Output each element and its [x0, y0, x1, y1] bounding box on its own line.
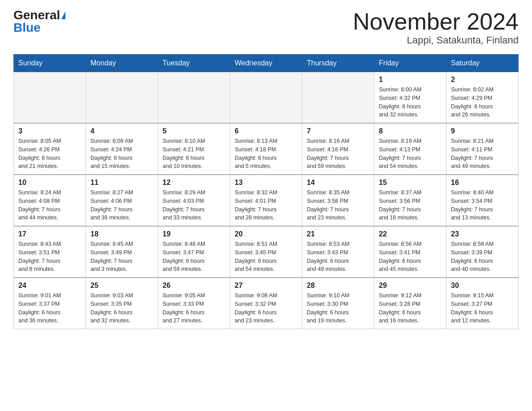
- day-number: 9: [451, 127, 514, 135]
- title-area: November 2024 Lappi, Satakunta, Finland: [353, 9, 519, 46]
- calendar-day-header: Monday: [86, 55, 158, 72]
- day-number: 18: [90, 230, 153, 238]
- calendar-day-cell: [158, 72, 230, 124]
- calendar-day-cell: 11Sunrise: 8:27 AMSunset: 4:06 PMDayligh…: [86, 175, 158, 226]
- day-number: 15: [379, 179, 442, 187]
- calendar-day-cell: 19Sunrise: 8:48 AMSunset: 3:47 PMDayligh…: [158, 226, 230, 278]
- calendar-day-header: Sunday: [14, 55, 86, 72]
- calendar-day-cell: 25Sunrise: 9:03 AMSunset: 3:35 PMDayligh…: [86, 278, 158, 329]
- day-info: Sunrise: 8:19 AMSunset: 4:13 PMDaylight:…: [379, 137, 442, 171]
- day-number: 16: [451, 179, 514, 187]
- calendar-header-row: SundayMondayTuesdayWednesdayThursdayFrid…: [14, 55, 519, 72]
- calendar-day-cell: 15Sunrise: 8:37 AMSunset: 3:56 PMDayligh…: [374, 175, 446, 226]
- day-info: Sunrise: 8:05 AMSunset: 4:26 PMDaylight:…: [18, 137, 81, 171]
- day-info: Sunrise: 8:48 AMSunset: 3:47 PMDaylight:…: [163, 240, 225, 274]
- calendar-day-cell: 21Sunrise: 8:53 AMSunset: 3:43 PMDayligh…: [302, 226, 374, 278]
- calendar-day-cell: 17Sunrise: 8:43 AMSunset: 3:51 PMDayligh…: [14, 226, 86, 278]
- day-number: 30: [451, 282, 514, 290]
- calendar-week-row: 10Sunrise: 8:24 AMSunset: 4:08 PMDayligh…: [14, 175, 519, 226]
- day-number: 24: [18, 282, 81, 290]
- day-info: Sunrise: 8:43 AMSunset: 3:51 PMDaylight:…: [18, 240, 81, 274]
- day-number: 26: [163, 282, 225, 290]
- calendar-day-cell: 6Sunrise: 8:13 AMSunset: 4:18 PMDaylight…: [230, 123, 302, 175]
- calendar-table: SundayMondayTuesdayWednesdayThursdayFrid…: [13, 54, 519, 329]
- calendar-day-cell: 3Sunrise: 8:05 AMSunset: 4:26 PMDaylight…: [14, 123, 86, 175]
- calendar-day-header: Wednesday: [230, 55, 302, 72]
- calendar-day-cell: [14, 72, 86, 124]
- day-info: Sunrise: 8:29 AMSunset: 4:03 PMDaylight:…: [163, 188, 225, 222]
- day-info: Sunrise: 9:15 AMSunset: 3:27 PMDaylight:…: [451, 291, 514, 325]
- calendar-day-cell: 27Sunrise: 9:08 AMSunset: 3:32 PMDayligh…: [230, 278, 302, 329]
- day-info: Sunrise: 8:00 AMSunset: 4:32 PMDaylight:…: [379, 86, 442, 119]
- calendar-week-row: 24Sunrise: 9:01 AMSunset: 3:37 PMDayligh…: [14, 278, 519, 329]
- calendar-day-header: Tuesday: [158, 55, 230, 72]
- day-number: 13: [235, 179, 297, 187]
- day-info: Sunrise: 8:35 AMSunset: 3:58 PMDaylight:…: [307, 188, 369, 222]
- calendar-day-cell: 7Sunrise: 8:16 AMSunset: 4:16 PMDaylight…: [302, 123, 374, 175]
- day-number: 10: [18, 179, 81, 187]
- day-info: Sunrise: 8:27 AMSunset: 4:06 PMDaylight:…: [90, 188, 153, 222]
- calendar-day-cell: [86, 72, 158, 124]
- calendar-day-cell: 13Sunrise: 8:32 AMSunset: 4:01 PMDayligh…: [230, 175, 302, 226]
- logo-blue-text: Blue: [13, 21, 41, 34]
- day-number: 23: [451, 230, 514, 238]
- logo-general-text: General: [13, 9, 60, 21]
- day-info: Sunrise: 8:37 AMSunset: 3:56 PMDaylight:…: [379, 188, 442, 222]
- calendar-day-cell: [230, 72, 302, 124]
- day-info: Sunrise: 8:56 AMSunset: 3:41 PMDaylight:…: [379, 240, 442, 274]
- calendar-day-cell: 10Sunrise: 8:24 AMSunset: 4:08 PMDayligh…: [14, 175, 86, 226]
- day-number: 27: [235, 282, 297, 290]
- calendar-day-cell: [302, 72, 374, 124]
- day-number: 29: [379, 282, 442, 290]
- calendar-day-cell: 18Sunrise: 8:45 AMSunset: 3:49 PMDayligh…: [86, 226, 158, 278]
- day-info: Sunrise: 8:32 AMSunset: 4:01 PMDaylight:…: [235, 188, 297, 222]
- day-info: Sunrise: 8:24 AMSunset: 4:08 PMDaylight:…: [18, 188, 81, 222]
- day-number: 6: [235, 127, 297, 135]
- day-number: 12: [163, 179, 225, 187]
- page-subtitle: Lappi, Satakunta, Finland: [353, 34, 519, 46]
- day-info: Sunrise: 8:13 AMSunset: 4:18 PMDaylight:…: [235, 137, 297, 171]
- day-number: 22: [379, 230, 442, 238]
- calendar-day-cell: 14Sunrise: 8:35 AMSunset: 3:58 PMDayligh…: [302, 175, 374, 226]
- day-number: 4: [90, 127, 153, 135]
- day-number: 21: [307, 230, 369, 238]
- logo: General Blue: [13, 9, 65, 34]
- day-info: Sunrise: 8:45 AMSunset: 3:49 PMDaylight:…: [90, 240, 153, 274]
- calendar-day-cell: 23Sunrise: 8:58 AMSunset: 3:39 PMDayligh…: [446, 226, 519, 278]
- calendar-day-cell: 20Sunrise: 8:51 AMSunset: 3:45 PMDayligh…: [230, 226, 302, 278]
- logo-triangle-icon: [61, 11, 65, 19]
- calendar-day-header: Saturday: [446, 55, 519, 72]
- calendar-day-cell: 22Sunrise: 8:56 AMSunset: 3:41 PMDayligh…: [374, 226, 446, 278]
- day-info: Sunrise: 8:10 AMSunset: 4:21 PMDaylight:…: [163, 137, 225, 171]
- day-info: Sunrise: 8:53 AMSunset: 3:43 PMDaylight:…: [307, 240, 369, 274]
- day-info: Sunrise: 9:08 AMSunset: 3:32 PMDaylight:…: [235, 291, 297, 325]
- calendar-day-cell: 30Sunrise: 9:15 AMSunset: 3:27 PMDayligh…: [446, 278, 519, 329]
- day-number: 8: [379, 127, 442, 135]
- calendar-day-header: Friday: [374, 55, 446, 72]
- day-number: 1: [379, 76, 442, 84]
- day-number: 11: [90, 179, 153, 187]
- day-info: Sunrise: 8:16 AMSunset: 4:16 PMDaylight:…: [307, 137, 369, 171]
- day-number: 20: [235, 230, 297, 238]
- calendar-day-cell: 29Sunrise: 9:12 AMSunset: 3:28 PMDayligh…: [374, 278, 446, 329]
- calendar-week-row: 17Sunrise: 8:43 AMSunset: 3:51 PMDayligh…: [14, 226, 519, 278]
- calendar-day-cell: 8Sunrise: 8:19 AMSunset: 4:13 PMDaylight…: [374, 123, 446, 175]
- day-info: Sunrise: 8:21 AMSunset: 4:11 PMDaylight:…: [451, 137, 514, 171]
- day-info: Sunrise: 9:01 AMSunset: 3:37 PMDaylight:…: [18, 291, 81, 325]
- calendar-day-cell: 28Sunrise: 9:10 AMSunset: 3:30 PMDayligh…: [302, 278, 374, 329]
- calendar-day-cell: 2Sunrise: 8:02 AMSunset: 4:29 PMDaylight…: [446, 72, 519, 124]
- day-number: 28: [307, 282, 369, 290]
- day-number: 2: [451, 76, 514, 84]
- calendar-day-cell: 24Sunrise: 9:01 AMSunset: 3:37 PMDayligh…: [14, 278, 86, 329]
- day-info: Sunrise: 8:40 AMSunset: 3:54 PMDaylight:…: [451, 188, 514, 222]
- day-info: Sunrise: 9:05 AMSunset: 3:33 PMDaylight:…: [163, 291, 225, 325]
- day-number: 7: [307, 127, 369, 135]
- calendar-day-header: Thursday: [302, 55, 374, 72]
- day-info: Sunrise: 8:02 AMSunset: 4:29 PMDaylight:…: [451, 86, 514, 119]
- calendar-day-cell: 4Sunrise: 8:08 AMSunset: 4:24 PMDaylight…: [86, 123, 158, 175]
- calendar-day-cell: 12Sunrise: 8:29 AMSunset: 4:03 PMDayligh…: [158, 175, 230, 226]
- day-info: Sunrise: 9:03 AMSunset: 3:35 PMDaylight:…: [90, 291, 153, 325]
- day-number: 17: [18, 230, 81, 238]
- calendar-day-cell: 16Sunrise: 8:40 AMSunset: 3:54 PMDayligh…: [446, 175, 519, 226]
- day-number: 3: [18, 127, 81, 135]
